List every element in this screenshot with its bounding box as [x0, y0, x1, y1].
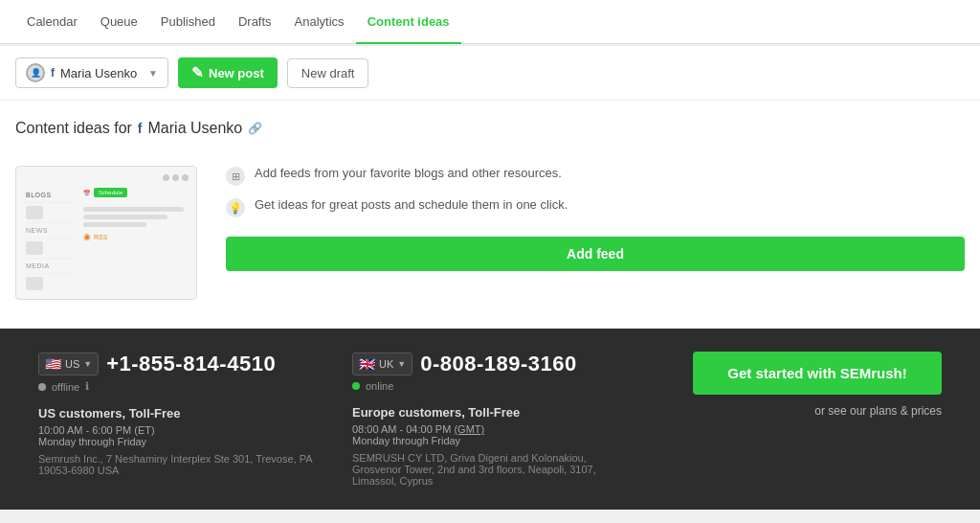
content-area: Content ideas for f Maria Usenko 🔗 BLOGS… — [0, 101, 980, 329]
uk-hours-text: 08:00 AM - 04:00 PM — [352, 423, 451, 435]
uk-address: SEMRUSH CY LTD, Griva Digeni and Kolonak… — [352, 452, 628, 487]
us-info-icon[interactable]: ℹ — [85, 380, 89, 393]
uk-phone-row: 🇬🇧 UK ▼ 0-808-189-3160 — [352, 352, 628, 376]
plans-prices-link[interactable]: or see our plans & prices — [814, 404, 942, 418]
us-hours-text: 10:00 AM - 6:00 PM (ET) — [38, 424, 155, 436]
bulb-feature-icon: 💡 — [226, 198, 245, 217]
us-hours: 10:00 AM - 6:00 PM (ET) — [38, 424, 314, 436]
footer-cta-col: Get started with SEMrush! or see our pla… — [666, 352, 942, 418]
us-col-title: US customers, Toll-Free — [38, 406, 314, 421]
new-post-button[interactable]: ✎ New post — [178, 57, 278, 88]
content-title: Content ideas for f Maria Usenko 🔗 — [15, 120, 965, 137]
footer-dark: 🇺🇸 US ▼ +1-855-814-4510 offline ℹ US cus… — [0, 329, 980, 510]
feature-desc-1: ⊞ Add feeds from your favorite blogs and… — [226, 166, 965, 186]
feature-text-2: Get ideas for great posts and schedule t… — [255, 197, 568, 212]
uk-country-code: UK — [379, 358, 393, 370]
uk-status-row: online — [352, 380, 628, 392]
us-status-dot — [38, 383, 46, 391]
dot-2 — [172, 174, 179, 181]
us-country-selector[interactable]: 🇺🇸 US ▼ — [38, 352, 99, 375]
us-chevron-icon: ▼ — [83, 359, 92, 369]
account-selector[interactable]: 👤 f Maria Usenko ▼ — [15, 57, 168, 88]
uk-status-label: online — [366, 380, 393, 392]
facebook-brand-icon: f — [138, 121, 143, 136]
feature-descriptions: ⊞ Add feeds from your favorite blogs and… — [226, 166, 965, 271]
tab-calendar[interactable]: Calendar — [15, 1, 89, 44]
preview-schedule-btn: Schedule — [94, 188, 127, 197]
facebook-icon: f — [51, 66, 55, 80]
preview-line-1 — [83, 207, 184, 212]
add-feed-button[interactable]: Add feed — [226, 237, 965, 271]
uk-phone-number: 0-808-189-3160 — [420, 352, 577, 376]
uk-flag-icon: 🇬🇧 — [359, 356, 375, 372]
uk-hours-gmt-link[interactable]: (GMT) — [454, 423, 484, 435]
external-link-icon[interactable]: 🔗 — [248, 122, 262, 135]
preview-inner: BLOGS NEWS MEDIA 📅 Sc — [16, 167, 196, 299]
chevron-down-icon: ▼ — [148, 68, 158, 79]
rss-feature-icon: ⊞ — [226, 167, 245, 186]
preview-rss-row: ◉ RSS — [83, 232, 189, 241]
preview-content: 📅 Schedule ◉ RSS — [83, 188, 189, 291]
get-started-button[interactable]: Get started with SEMrush! — [693, 352, 942, 395]
uk-hours: 08:00 AM - 04:00 PM (GMT) — [352, 423, 628, 435]
preview-news-label: NEWS — [24, 223, 77, 239]
feature-panel: BLOGS NEWS MEDIA 📅 Sc — [15, 156, 965, 309]
rss-icon: ◉ — [83, 232, 91, 241]
preview-media-label: MEDIA — [24, 259, 77, 274]
preview-dots — [163, 174, 189, 181]
preview-rss-label: RSS — [94, 234, 107, 240]
us-phone-number: +1-855-814-4510 — [106, 352, 276, 376]
preview-line-3 — [83, 222, 146, 227]
footer-light: USA, 7 Neshaminy Interplex, Ste 301, Tre… — [0, 510, 980, 523]
plus-icon: ✎ — [191, 64, 204, 81]
feature-preview-image: BLOGS NEWS MEDIA 📅 Sc — [15, 166, 197, 300]
footer-uk-col: 🇬🇧 UK ▼ 0-808-189-3160 online Europe cus… — [352, 352, 628, 487]
feature-desc-2: 💡 Get ideas for great posts and schedule… — [226, 197, 965, 217]
content-account-name: Maria Usenko — [148, 120, 243, 137]
us-address: Semrush Inc., 7 Neshaminy Interplex Ste … — [38, 453, 314, 476]
preview-blogs-label: BLOGS — [24, 188, 77, 203]
uk-country-selector[interactable]: 🇬🇧 UK ▼ — [352, 352, 412, 375]
uk-status-dot — [352, 382, 360, 390]
tab-published[interactable]: Published — [149, 1, 227, 44]
uk-days: Monday through Friday — [352, 435, 628, 446]
new-post-label: New post — [209, 66, 264, 80]
preview-line-2 — [83, 215, 167, 219]
preview-sidebar: BLOGS NEWS MEDIA — [24, 188, 77, 291]
uk-chevron-icon: ▼ — [397, 359, 406, 369]
tab-content-ideas[interactable]: Content ideas — [356, 1, 461, 44]
us-phone-row: 🇺🇸 US ▼ +1-855-814-4510 — [38, 352, 314, 376]
us-status-row: offline ℹ — [38, 380, 314, 393]
content-ideas-title-text: Content ideas for — [15, 120, 132, 137]
preview-lines — [83, 207, 189, 227]
us-country-code: US — [65, 358, 79, 370]
uk-col-title: Europe customers, Toll-Free — [352, 405, 628, 420]
feature-text-1: Add feeds from your favorite blogs and o… — [255, 166, 562, 180]
dot-3 — [182, 174, 189, 181]
top-nav: Calendar Queue Published Drafts Analytic… — [0, 0, 980, 46]
tab-analytics[interactable]: Analytics — [283, 1, 356, 44]
tab-queue[interactable]: Queue — [89, 1, 149, 44]
dot-1 — [163, 174, 169, 181]
us-days: Monday through Friday — [38, 436, 314, 447]
tab-drafts[interactable]: Drafts — [227, 1, 283, 44]
us-flag-icon: 🇺🇸 — [45, 356, 61, 372]
footer-us-col: 🇺🇸 US ▼ +1-855-814-4510 offline ℹ US cus… — [38, 352, 314, 476]
us-status-label: offline — [52, 381, 79, 393]
nav-tabs-container: Calendar Queue Published Drafts Analytic… — [0, 0, 980, 44]
toolbar: 👤 f Maria Usenko ▼ ✎ New post New draft — [0, 46, 980, 101]
account-name: Maria Usenko — [60, 66, 137, 80]
account-avatar: 👤 — [26, 63, 45, 82]
new-draft-button[interactable]: New draft — [287, 58, 369, 88]
